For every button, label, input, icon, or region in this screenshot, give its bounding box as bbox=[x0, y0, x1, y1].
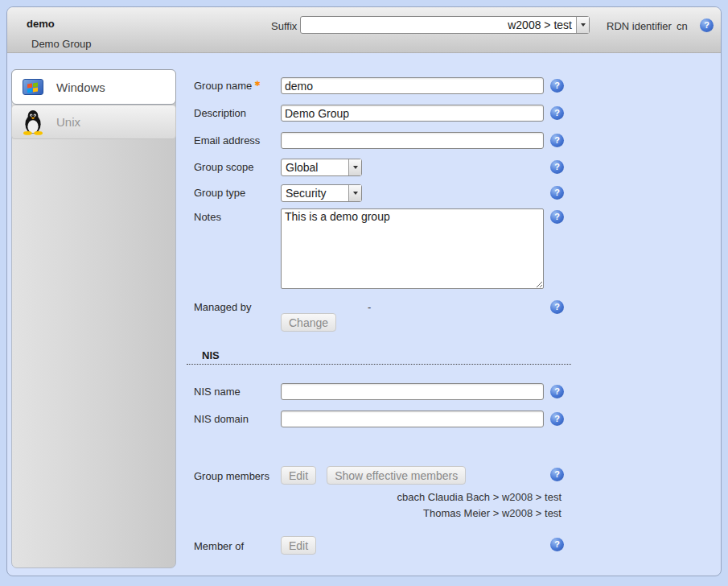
required-icon: ✱ bbox=[254, 80, 261, 88]
nis-domain-row: NIS domain ? bbox=[194, 411, 564, 427]
help-icon[interactable]: ? bbox=[550, 468, 564, 481]
nis-domain-label: NIS domain bbox=[194, 411, 281, 425]
group-scope-select[interactable]: Global bbox=[281, 159, 362, 176]
group-members-label: Group members bbox=[194, 466, 281, 482]
help-icon[interactable]: ? bbox=[550, 79, 564, 93]
notes-row: Notes This is a demo group ? bbox=[194, 208, 564, 289]
group-members-row: Group members Edit Show effective member… bbox=[194, 466, 564, 485]
nis-section-header: NIS bbox=[187, 348, 571, 365]
group-scope-label: Group scope bbox=[194, 159, 281, 173]
tux-penguin-icon bbox=[23, 109, 43, 135]
help-icon[interactable]: ? bbox=[550, 160, 564, 174]
group-members-edit-button[interactable]: Edit bbox=[281, 466, 316, 485]
help-icon[interactable]: ? bbox=[700, 19, 714, 32]
group-member-item: Thomas Meier > w2008 > test bbox=[397, 506, 561, 522]
nis-name-label: NIS name bbox=[194, 383, 281, 398]
managed-by-label: Managed by bbox=[194, 299, 281, 313]
notes-label: Notes bbox=[194, 208, 281, 223]
email-row: Email address ? bbox=[194, 132, 564, 149]
chevron-down-icon[interactable] bbox=[576, 17, 589, 33]
suffix-selected-value: w2008 > test bbox=[301, 19, 576, 31]
suffix-label: Suffix bbox=[271, 20, 297, 32]
group-type-label: Group type bbox=[194, 184, 281, 199]
nis-name-row: NIS name ? bbox=[194, 383, 564, 400]
tab-unix-label: Unix bbox=[56, 115, 80, 129]
help-icon[interactable]: ? bbox=[550, 385, 564, 398]
windows-logo-icon bbox=[23, 79, 43, 95]
help-icon[interactable]: ? bbox=[550, 210, 564, 224]
header: demo Demo Group Suffix w2008 > test RDN … bbox=[7, 7, 721, 53]
tab-windows-label: Windows bbox=[56, 80, 105, 94]
group-type-select[interactable]: Security bbox=[281, 184, 362, 202]
description-row: Description ? bbox=[194, 105, 564, 122]
email-label: Email address bbox=[194, 132, 281, 146]
managed-by-row: Managed by - ? bbox=[194, 299, 564, 313]
group-scope-value: Global bbox=[282, 161, 348, 174]
tab-windows[interactable]: Windows bbox=[11, 69, 176, 105]
email-input[interactable] bbox=[281, 132, 544, 149]
description-input[interactable] bbox=[281, 105, 544, 122]
sidebar: Windows Unix bbox=[11, 69, 176, 568]
help-icon[interactable]: ? bbox=[550, 538, 564, 551]
description-label: Description bbox=[194, 105, 281, 119]
group-scope-row: Group scope Global ? bbox=[194, 159, 564, 176]
group-type-row: Group type Security ? bbox=[194, 184, 564, 202]
group-member-item: cbach Claudia Bach > w2008 > test bbox=[397, 489, 561, 506]
page-subtitle: Demo Group bbox=[31, 38, 91, 50]
help-icon[interactable]: ? bbox=[550, 134, 564, 147]
rdn-identifier: RDN identifiercn bbox=[607, 20, 688, 32]
chevron-down-icon[interactable] bbox=[348, 185, 361, 201]
chevron-down-icon[interactable] bbox=[348, 159, 361, 175]
group-name-input[interactable] bbox=[281, 77, 544, 94]
change-button[interactable]: Change bbox=[281, 313, 336, 332]
notes-textarea[interactable]: This is a demo group bbox=[281, 208, 544, 289]
page-title: demo bbox=[27, 18, 55, 30]
member-of-row: Member of Edit ? bbox=[194, 536, 564, 555]
help-icon[interactable]: ? bbox=[550, 300, 564, 314]
group-members-list: cbach Claudia Bach > w2008 > test Thomas… bbox=[397, 489, 561, 522]
help-icon[interactable]: ? bbox=[550, 412, 564, 426]
rdn-label: RDN identifier bbox=[607, 20, 672, 32]
nis-name-input[interactable] bbox=[281, 383, 544, 400]
suffix-select[interactable]: w2008 > test bbox=[300, 16, 590, 34]
help-icon[interactable]: ? bbox=[550, 106, 564, 120]
show-effective-members-button[interactable]: Show effective members bbox=[327, 466, 466, 485]
managed-by-value: - bbox=[368, 301, 371, 313]
group-name-row: Group name✱ ? bbox=[194, 77, 564, 94]
member-of-label: Member of bbox=[194, 536, 281, 552]
nis-domain-input[interactable] bbox=[281, 411, 544, 427]
rdn-value: cn bbox=[677, 20, 688, 32]
group-type-value: Security bbox=[282, 187, 348, 200]
help-icon[interactable]: ? bbox=[550, 186, 564, 200]
member-of-edit-button[interactable]: Edit bbox=[281, 536, 316, 555]
group-name-label: Group name✱ bbox=[194, 77, 281, 92]
tab-unix[interactable]: Unix bbox=[11, 105, 176, 139]
nis-section-title: NIS bbox=[202, 349, 220, 361]
main-window: demo Demo Group Suffix w2008 > test RDN … bbox=[6, 6, 722, 576]
